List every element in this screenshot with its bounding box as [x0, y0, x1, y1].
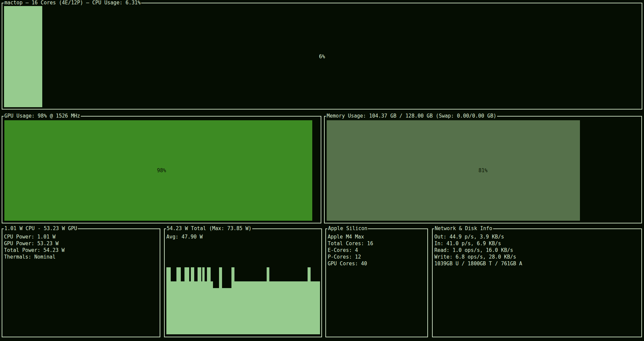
power-history-chart: [166, 267, 320, 334]
memory-panel-title: Memory Usage: 104.37 GB / 128.00 GB (Swa…: [326, 113, 497, 119]
disk-read-line: Read: 1.0 ops/s, 16.0 KB/s: [434, 247, 640, 254]
memory-usage-panel: Memory Usage: 104.37 GB / 128.00 GB (Swa…: [324, 116, 642, 223]
gpu-usage-percent-label: 98%: [157, 167, 166, 174]
memory-usage-bar: [327, 120, 580, 221]
avg-power-line: Avg: 47.90 W: [166, 233, 320, 240]
apple-silicon-panel-body: Apple M4 Max Total Cores: 16 E-Cores: 4 …: [328, 233, 426, 335]
cpu-panel-title: mactop – 16 Cores (4E/12P) – CPU Usage: …: [4, 0, 141, 6]
power-history-bar: [219, 267, 222, 334]
power-panel-title: 1.01 W CPU - 53.23 W GPU: [4, 225, 78, 232]
cpu-power-line: CPU Power: 1.01 W: [4, 233, 158, 240]
gpu-panel-title: GPU Usage: 98% @ 1526 MHz: [4, 113, 81, 119]
gpu-usage-gauge: 98%: [4, 120, 319, 221]
power-history-bar: [311, 281, 320, 334]
power-history-bar: [213, 288, 219, 334]
power-history-bar: [171, 281, 176, 334]
power-history-bar: [202, 267, 205, 334]
total-power-line: Total Power: 54.23 W: [4, 247, 158, 254]
power-history-bar: [267, 267, 269, 334]
power-history-bar: [222, 288, 231, 334]
power-breakdown-panel: 1.01 W CPU - 53.23 W GPU CPU Power: 1.01…: [2, 228, 160, 337]
power-history-bar: [308, 267, 311, 334]
apple-silicon-panel-title: Apple Silicon: [327, 225, 368, 232]
network-disk-panel: Network & Disk Info Out: 44.9 p/s, 3.9 K…: [432, 228, 642, 337]
cpu-usage-percent-label: 6%: [319, 53, 325, 60]
net-in-line: In: 41.0 p/s, 6.9 KB/s: [434, 240, 640, 247]
power-history-bar: [234, 281, 267, 334]
power-history-bar: [184, 267, 189, 334]
mactop-terminal-screen: mactop – 16 Cores (4E/12P) – CPU Usage: …: [0, 0, 644, 341]
power-history-bar: [231, 267, 234, 334]
gpu-cores-line: GPU Cores: 40: [328, 260, 426, 267]
chip-name-line: Apple M4 Max: [328, 233, 426, 240]
cpu-usage-gauge: 6%: [4, 6, 640, 107]
net-out-line: Out: 44.9 p/s, 3.9 KB/s: [434, 233, 640, 240]
power-history-bar: [207, 267, 211, 334]
power-history-bar: [205, 281, 207, 334]
thermals-line: Thermals: Nominal: [4, 254, 158, 260]
cpu-usage-panel: mactop – 16 Cores (4E/12P) – CPU Usage: …: [2, 3, 642, 110]
disk-write-line: Write: 6.8 ops/s, 28.0 KB/s: [434, 254, 640, 260]
total-power-panel-title: 54.23 W Total (Max: 73.85 W): [166, 225, 252, 232]
gpu-power-line: GPU Power: 53.23 W: [4, 240, 158, 247]
power-history-bar: [191, 267, 194, 334]
memory-usage-gauge: 81%: [327, 120, 639, 221]
power-history-bar: [194, 281, 198, 334]
power-history-bar: [181, 281, 185, 334]
network-disk-panel-title: Network & Disk Info: [434, 225, 493, 232]
memory-usage-percent-label: 81%: [478, 167, 487, 174]
power-panel-body: CPU Power: 1.01 W GPU Power: 53.23 W Tot…: [4, 233, 158, 335]
power-history-bar: [166, 267, 171, 334]
total-cores-line: Total Cores: 16: [328, 240, 426, 247]
disk-usage-line: 1039GB U / 1800GB T / 761GB A: [434, 260, 640, 267]
power-history-bar: [269, 281, 308, 334]
cpu-usage-bar: [4, 6, 42, 107]
network-disk-panel-body: Out: 44.9 p/s, 3.9 KB/s In: 41.0 p/s, 6.…: [434, 233, 640, 335]
e-cores-line: E-Cores: 4: [328, 247, 426, 254]
power-history-bar: [198, 267, 201, 334]
gpu-usage-panel: GPU Usage: 98% @ 1526 MHz 98%: [2, 116, 321, 223]
p-cores-line: P-Cores: 12: [328, 254, 426, 260]
total-power-panel: 54.23 W Total (Max: 73.85 W) Avg: 47.90 …: [164, 228, 322, 337]
apple-silicon-panel: Apple Silicon Apple M4 Max Total Cores: …: [325, 228, 428, 337]
power-history-bar: [211, 281, 213, 334]
power-history-bar: [176, 267, 181, 334]
